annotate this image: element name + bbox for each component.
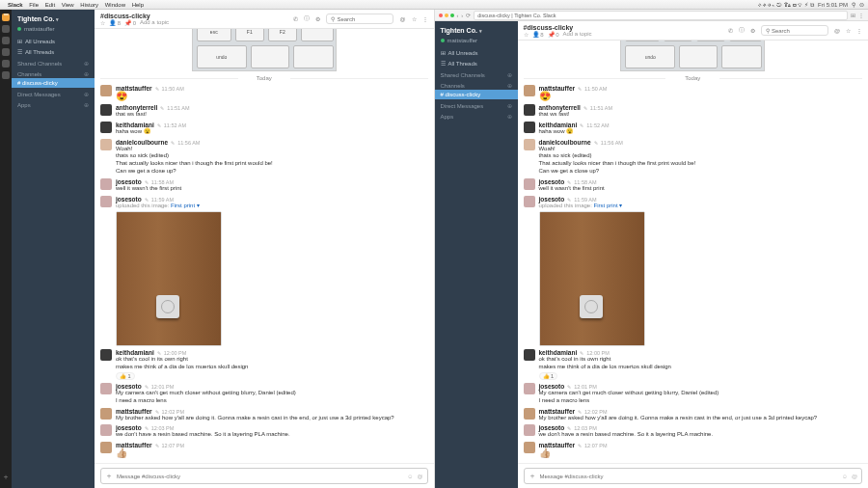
settings-icon[interactable]: ⚙ bbox=[750, 27, 755, 34]
message-row[interactable]: anthonyterrell ✎ 11:51 AMthat ws fast! bbox=[524, 104, 863, 119]
search-input[interactable] bbox=[772, 28, 824, 34]
section-direct-messages[interactable]: Direct Messages⊕ bbox=[12, 88, 95, 98]
self-presence[interactable]: mattstauffer bbox=[12, 26, 95, 36]
reaction-chip[interactable]: 👍 1 bbox=[539, 372, 558, 380]
message-list[interactable]: esc F1 F2 undo Today mattstauffer ✎ 11:5… bbox=[518, 41, 869, 463]
channel-item-discuss-clicky[interactable]: # discuss-clicky bbox=[12, 78, 95, 88]
avatar[interactable] bbox=[524, 442, 535, 453]
member-count[interactable]: 👤 8 bbox=[532, 31, 544, 38]
all-threads[interactable]: ☰ All Threads bbox=[435, 58, 518, 68]
workspace-switcher-active[interactable]: ▔ bbox=[2, 14, 10, 21]
message-author[interactable]: keithdamiani bbox=[539, 122, 578, 128]
avatar[interactable] bbox=[524, 196, 535, 207]
app-menus[interactable]: Slack File Edit View History Window Help bbox=[8, 2, 149, 8]
traffic-lights[interactable] bbox=[439, 14, 454, 17]
avatar[interactable] bbox=[524, 122, 535, 133]
message-author[interactable]: josesoto bbox=[539, 424, 565, 431]
avatar[interactable] bbox=[100, 139, 112, 150]
message-author[interactable]: keithdamiani bbox=[539, 349, 578, 356]
avatar[interactable] bbox=[100, 85, 112, 96]
workspace-switcher-2[interactable] bbox=[2, 25, 10, 33]
member-count[interactable]: 👤 8 bbox=[109, 19, 121, 26]
clock[interactable]: Fri 5:01 PM bbox=[818, 2, 848, 8]
all-threads[interactable]: ☰ All Threads bbox=[12, 46, 95, 57]
menu-window[interactable]: Window bbox=[105, 2, 125, 8]
search-box[interactable]: ⚲ bbox=[326, 14, 393, 24]
search-box[interactable]: ⚲ bbox=[761, 25, 828, 36]
message-author[interactable]: keithdamiani bbox=[116, 122, 154, 128]
spotlight-icon[interactable]: ⚲ bbox=[852, 1, 855, 8]
workspace-menu[interactable]: Tighten Co.▾ bbox=[12, 14, 95, 26]
message-row[interactable]: josesoto ✎ 11:58 AMwell it wasn't the fi… bbox=[100, 178, 428, 193]
message-author[interactable]: josesoto bbox=[116, 424, 142, 431]
all-unreads[interactable]: ⊞ All Unreads bbox=[435, 47, 518, 58]
plus-icon[interactable]: ⊕ bbox=[507, 113, 512, 120]
image-attachment-first-print[interactable] bbox=[539, 211, 645, 346]
message-row[interactable]: danielcoulbourne ✎ 11:56 AMWoah!thats so… bbox=[100, 139, 428, 176]
composer-box[interactable]: ＋ ☺@ bbox=[524, 468, 863, 484]
message-row[interactable]: danielcoulbourne ✎ 11:56 AMWoah!thats so… bbox=[524, 139, 863, 176]
reaction-chip[interactable]: 👍 1 bbox=[116, 372, 135, 380]
menu-help[interactable]: Help bbox=[132, 2, 144, 8]
browser-menu-icon[interactable]: ⋮ bbox=[858, 13, 864, 18]
starred-icon[interactable]: ☆ bbox=[412, 15, 417, 22]
star-icon[interactable]: ☆ bbox=[524, 31, 529, 38]
workspace-switcher-4[interactable] bbox=[2, 48, 10, 56]
call-icon[interactable]: ✆ bbox=[728, 27, 733, 34]
avatar[interactable] bbox=[100, 442, 112, 453]
message-author[interactable]: danielcoulbourne bbox=[116, 139, 168, 146]
image-attachment-keyboard[interactable]: esc F1 F2 undo bbox=[192, 29, 337, 71]
message-list[interactable]: esc F1 F2 undo Today mattstauffer ✎ 11:5… bbox=[95, 29, 434, 463]
channel-title[interactable]: #discuss-clicky bbox=[524, 24, 592, 31]
pin-count[interactable]: 📌 0 bbox=[124, 19, 136, 26]
attach-icon[interactable]: ＋ bbox=[105, 471, 113, 481]
message-author[interactable]: anthonyterrell bbox=[116, 104, 157, 111]
star-icon[interactable]: ☆ bbox=[100, 19, 105, 26]
message-row[interactable]: anthonyterrell ✎ 11:51 AMthat ws fast! bbox=[100, 104, 428, 119]
mention-icon[interactable]: @ bbox=[417, 474, 422, 479]
plus-icon[interactable]: ⊕ bbox=[507, 102, 512, 109]
emoji-icon[interactable]: ☺ bbox=[407, 474, 413, 479]
message-author[interactable]: mattstauffer bbox=[539, 408, 576, 415]
plus-icon[interactable]: ⊕ bbox=[507, 71, 512, 78]
message-row[interactable]: josesoto ✎ 11:59 AMuploaded this image: … bbox=[524, 196, 863, 347]
message-author[interactable]: josesoto bbox=[116, 178, 142, 185]
avatar[interactable] bbox=[100, 122, 112, 133]
call-icon[interactable]: ✆ bbox=[293, 15, 298, 22]
add-topic[interactable]: Add a topic bbox=[140, 19, 169, 25]
extensions-icon[interactable]: ⊞ bbox=[851, 13, 855, 18]
nav-fwd-icon[interactable]: › bbox=[461, 13, 463, 18]
message-row[interactable]: keithdamiani ✎ 12:00 PMok that's cool in… bbox=[524, 349, 863, 380]
avatar[interactable] bbox=[524, 408, 535, 420]
message-author[interactable]: mattstauffer bbox=[116, 408, 152, 415]
workspace-switcher-5[interactable] bbox=[2, 60, 10, 68]
message-row[interactable]: josesoto ✎ 11:58 AMwell it wasn't the fi… bbox=[524, 178, 863, 193]
more-icon[interactable]: ⋮ bbox=[856, 27, 862, 34]
attachment-name-link[interactable]: First print ▾ bbox=[171, 203, 200, 208]
workspace-switcher-6[interactable] bbox=[2, 71, 10, 79]
menu-history[interactable]: History bbox=[80, 2, 98, 8]
add-workspace-button[interactable]: ＋ bbox=[2, 472, 10, 482]
message-row[interactable]: josesoto ✎ 12:01 PMMy camera can't get m… bbox=[100, 383, 428, 405]
composer-box[interactable]: ＋ ☺@ bbox=[100, 468, 428, 484]
menu-app[interactable]: Slack bbox=[8, 2, 23, 8]
avatar[interactable] bbox=[524, 139, 535, 150]
composer-input[interactable] bbox=[117, 474, 403, 479]
attachment-name-link[interactable]: First print ▾ bbox=[594, 203, 623, 208]
message-row[interactable]: mattstauffer ✎ 12:02 PMMy brother asked … bbox=[100, 408, 428, 422]
attach-icon[interactable]: ＋ bbox=[529, 471, 536, 481]
message-author[interactable]: josesoto bbox=[539, 196, 565, 203]
address-bar[interactable]: discuss-clicky | Tighten Co. Slack bbox=[474, 11, 848, 20]
message-author[interactable]: anthonyterrell bbox=[539, 104, 581, 111]
avatar[interactable] bbox=[524, 349, 535, 361]
siri-icon[interactable]: ⊜ bbox=[859, 1, 864, 8]
image-attachment-first-print[interactable] bbox=[116, 211, 222, 346]
avatar[interactable] bbox=[100, 383, 112, 394]
avatar[interactable] bbox=[100, 408, 112, 420]
section-channels[interactable]: Channels⊕ bbox=[12, 68, 95, 78]
avatar[interactable] bbox=[524, 104, 535, 116]
avatar[interactable] bbox=[524, 178, 535, 190]
channel-title[interactable]: #discuss-clicky bbox=[100, 13, 169, 19]
message-row[interactable]: keithdamiani ✎ 11:52 AMhaha wow 😮 bbox=[524, 122, 863, 136]
all-unreads[interactable]: ⊞ All Unreads bbox=[12, 36, 95, 46]
